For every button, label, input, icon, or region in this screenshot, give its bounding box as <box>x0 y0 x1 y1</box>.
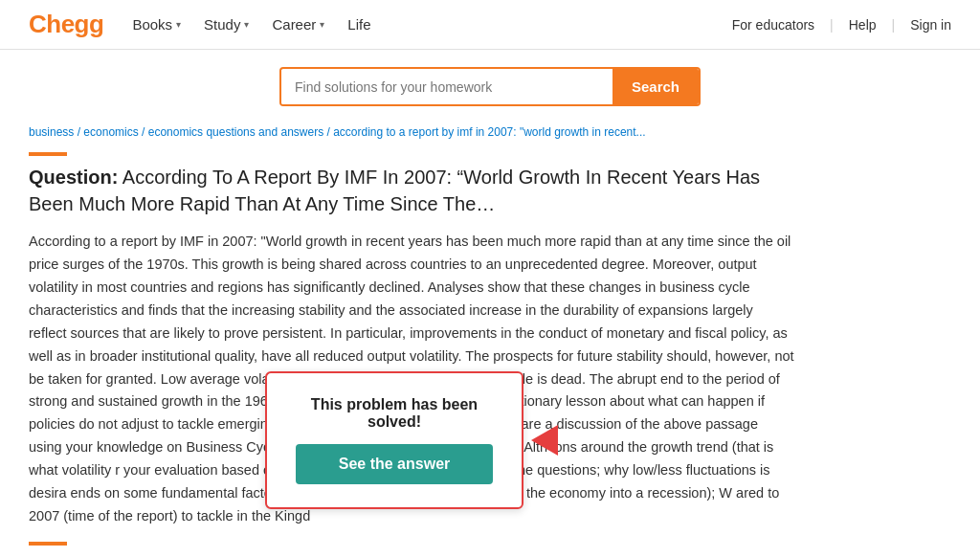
orange-accent-line <box>29 152 67 156</box>
nav-study[interactable]: Study ▾ <box>204 16 249 33</box>
logo[interactable]: Chegg <box>29 10 103 39</box>
nav-career[interactable]: Career ▾ <box>272 16 324 33</box>
breadcrumb: business / economics / economics questio… <box>29 125 951 139</box>
content-area: Question: According To A Report By IMF I… <box>0 164 823 528</box>
nav-right: For educators | Help | Sign in <box>732 17 951 33</box>
bottom-orange-accent-line <box>29 542 67 546</box>
question-title: Question: According To A Report By IMF I… <box>29 164 794 217</box>
search-input[interactable] <box>281 70 612 104</box>
see-answer-button[interactable]: See the answer <box>296 444 493 484</box>
career-caret-icon: ▾ <box>320 19 324 30</box>
books-caret-icon: ▾ <box>176 19 181 30</box>
question-label: Question: <box>29 167 118 188</box>
search-button[interactable]: Search <box>612 69 699 104</box>
question-title-text: According To A Report By IMF In 2007: “W… <box>29 167 760 214</box>
nav-divider-1: | <box>830 17 834 33</box>
nav-links: Books ▾ Study ▾ Career ▾ Life <box>132 16 731 33</box>
sign-in-link[interactable]: Sign in <box>910 17 951 33</box>
search-bar: Search <box>279 67 701 106</box>
red-arrow-icon <box>531 425 558 456</box>
nav-life[interactable]: Life <box>347 16 370 33</box>
search-section: Search <box>0 50 980 120</box>
problem-solved-modal: This problem has been solved! See the an… <box>265 371 523 509</box>
solved-text: This problem has been solved! <box>296 396 493 431</box>
breadcrumb-section: business / economics / economics questio… <box>0 120 980 143</box>
modal-overlay: This problem has been solved! See the an… <box>265 371 558 509</box>
nav-books[interactable]: Books ▾ <box>132 16 181 33</box>
for-educators-link[interactable]: For educators <box>732 17 814 33</box>
study-caret-icon: ▾ <box>244 19 249 30</box>
arrow-indicator <box>531 425 558 456</box>
navbar: Chegg Books ▾ Study ▾ Career ▾ Life For … <box>0 0 980 50</box>
help-link[interactable]: Help <box>849 17 877 33</box>
nav-divider-2: | <box>892 17 896 33</box>
